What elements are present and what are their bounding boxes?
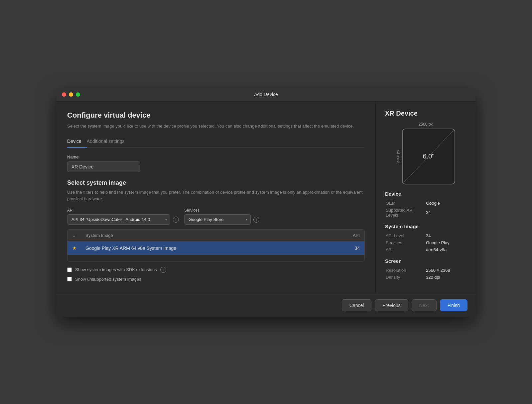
screen-info-table: Resolution 2560 × 2368 Density 320 dpi xyxy=(385,266,466,281)
device-section-title: Device xyxy=(385,191,466,197)
window-title: Add Device xyxy=(254,92,278,97)
diagram-height-label: 2368 px xyxy=(396,150,400,163)
cancel-button[interactable]: Cancel xyxy=(342,299,372,311)
resolution-key: Resolution xyxy=(386,267,425,273)
system-image-api: 34 xyxy=(333,246,360,251)
diagram-wrapper: 2368 px 6.0" xyxy=(396,129,455,184)
abi-value: arm64-v8a xyxy=(426,247,466,253)
api-select[interactable]: API 34 "UpsideDownCake"; Android 14.0 xyxy=(67,214,170,225)
device-rect: 6.0" xyxy=(402,129,455,184)
filters-row: API API 34 "UpsideDownCake"; Android 14.… xyxy=(67,208,365,225)
device-preview-title: XR Device xyxy=(385,110,466,117)
system-image-section-title: System Image xyxy=(385,224,466,229)
star-icon: ★ xyxy=(72,245,85,251)
system-image-name: Google Play XR ARM 64 v8a System Image xyxy=(85,246,333,251)
table-col-system-image: System Image xyxy=(85,233,333,238)
api-filter-group: API API 34 "UpsideDownCake"; Android 14.… xyxy=(67,208,179,225)
sdk-extensions-row: Show system images with SDK extensions i xyxy=(67,267,365,273)
system-image-title: Select system image xyxy=(67,179,365,186)
traffic-lights xyxy=(62,92,80,97)
next-button: Next xyxy=(412,299,437,311)
device-diagram: 2560 px 2368 px 6.0" xyxy=(385,122,466,184)
screen-section-title: Screen xyxy=(385,258,466,264)
add-device-window: Add Device Configure virtual device Sele… xyxy=(57,88,475,317)
chevron-down-icon: ⌄ xyxy=(72,233,76,238)
api-levels-key: Supported API Levels xyxy=(386,207,425,218)
system-image-table: ⌄ System Image API ★ Google Play XR ARM … xyxy=(67,229,365,261)
services-row: Services Google Play xyxy=(386,240,466,246)
sdk-extensions-info-icon[interactable]: i xyxy=(160,267,166,273)
device-size-label: 6.0" xyxy=(423,152,435,160)
services-value: Google Play xyxy=(426,240,466,246)
density-key: Density xyxy=(386,274,425,280)
table-row[interactable]: ★ Google Play XR ARM 64 v8a System Image… xyxy=(67,242,364,255)
previous-button[interactable]: Previous xyxy=(375,299,408,311)
table-col-api: API xyxy=(333,233,360,238)
name-label: Name xyxy=(67,154,365,159)
services-select-wrapper: Google Play Store ▾ xyxy=(184,214,251,225)
services-filter-label: Services xyxy=(184,208,259,213)
density-row: Density 320 dpi xyxy=(386,274,466,280)
api-select-wrapper: API 34 "UpsideDownCake"; Android 14.0 ▾ xyxy=(67,214,170,225)
services-filter-row: Google Play Store ▾ i xyxy=(184,214,259,225)
name-input[interactable] xyxy=(67,161,140,172)
close-button[interactable] xyxy=(62,92,66,97)
density-value: 320 dpi xyxy=(426,274,466,280)
oem-key: OEM xyxy=(386,200,425,206)
diagram-width-label: 2560 px xyxy=(419,122,433,127)
unsupported-images-label: Show unsupported system images xyxy=(75,277,141,282)
api-info-icon[interactable]: i xyxy=(173,217,179,223)
system-image-info-table: API Level 34 Services Google Play ABI ar… xyxy=(385,232,466,253)
api-levels-row: Supported API Levels 34 xyxy=(386,207,466,218)
minimize-button[interactable] xyxy=(69,92,73,97)
table-col-star: ⌄ xyxy=(72,233,85,238)
abi-key: ABI xyxy=(386,247,425,253)
api-filter-row: API 34 "UpsideDownCake"; Android 14.0 ▾ … xyxy=(67,214,179,225)
services-select[interactable]: Google Play Store xyxy=(184,214,251,225)
abi-row: ABI arm64-v8a xyxy=(386,247,466,253)
oem-value: Google xyxy=(426,200,466,206)
sdk-extensions-label: Show system images with SDK extensions xyxy=(75,267,157,272)
tab-additional-settings[interactable]: Additional settings xyxy=(87,136,130,148)
side-panel: XR Device 2560 px 2368 px 6.0" Device OE… xyxy=(376,102,475,294)
api-level-key: API Level xyxy=(386,233,425,239)
tab-device[interactable]: Device xyxy=(67,136,87,148)
table-header: ⌄ System Image API xyxy=(67,230,364,242)
services-key: Services xyxy=(386,240,425,246)
checkboxes-area: Show system images with SDK extensions i… xyxy=(67,267,365,282)
oem-row: OEM Google xyxy=(386,200,466,206)
titlebar: Add Device xyxy=(57,88,475,102)
resolution-value: 2560 × 2368 xyxy=(426,267,466,273)
finish-button[interactable]: Finish xyxy=(440,299,467,311)
device-info-section: Device OEM Google Supported API Levels 3… xyxy=(385,191,466,281)
tabs: Device Additional settings xyxy=(67,136,365,148)
unsupported-images-checkbox[interactable] xyxy=(67,277,72,281)
main-panel: Configure virtual device Select the syst… xyxy=(57,102,376,294)
api-level-row: API Level 34 xyxy=(386,233,466,239)
content-area: Configure virtual device Select the syst… xyxy=(57,102,475,294)
api-levels-value: 34 xyxy=(426,207,466,218)
api-level-value: 34 xyxy=(426,233,466,239)
page-subtitle: Select the system image you'd like to us… xyxy=(67,123,365,130)
page-title: Configure virtual device xyxy=(67,111,365,120)
services-info-icon[interactable]: i xyxy=(253,217,259,223)
api-filter-label: API xyxy=(67,208,179,213)
maximize-button[interactable] xyxy=(76,92,80,97)
unsupported-images-row: Show unsupported system images xyxy=(67,277,365,282)
footer: Cancel Previous Next Finish xyxy=(57,294,475,317)
services-filter-group: Services Google Play Store ▾ i xyxy=(184,208,259,225)
system-image-desc: Use the filters to help find the system … xyxy=(67,189,365,202)
device-info-table: OEM Google Supported API Levels 34 xyxy=(385,199,466,219)
sdk-extensions-checkbox[interactable] xyxy=(67,267,72,272)
resolution-row: Resolution 2560 × 2368 xyxy=(386,267,466,273)
